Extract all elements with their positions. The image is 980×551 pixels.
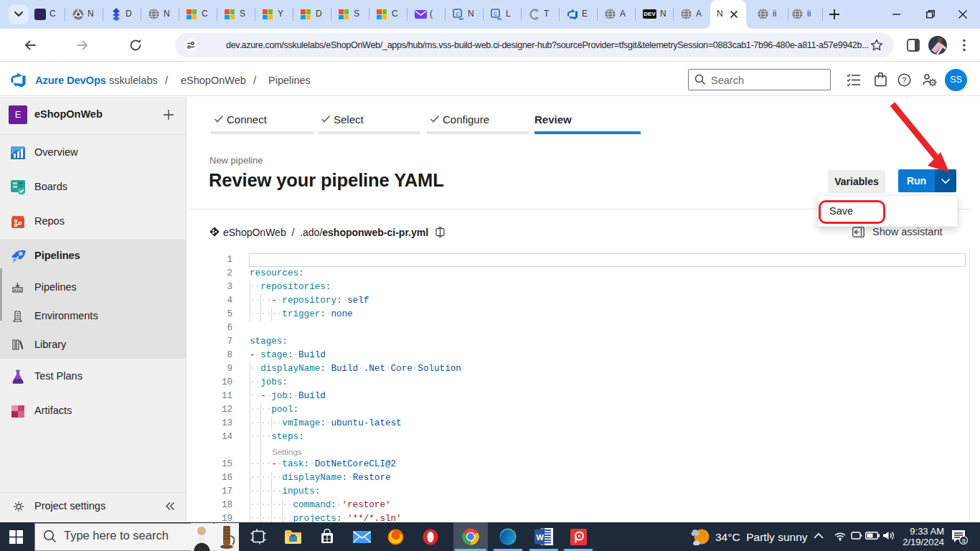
svg-text:8: 8: [962, 537, 966, 545]
svg-text:?: ?: [902, 76, 906, 85]
svg-text:W: W: [537, 533, 545, 542]
svg-text:c: c: [494, 11, 497, 18]
svg-text:c: c: [456, 11, 459, 18]
